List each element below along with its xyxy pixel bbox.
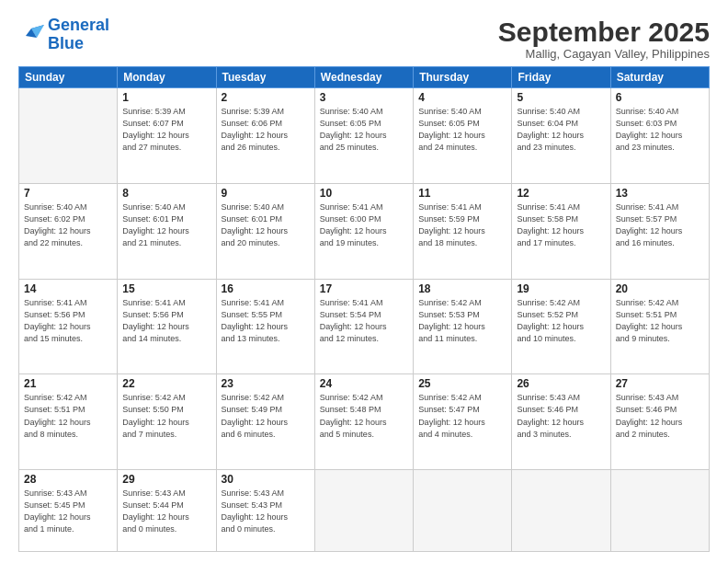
day-info: Sunrise: 5:42 AM Sunset: 5:49 PM Dayligh…	[222, 392, 310, 440]
day-info: Sunrise: 5:43 AM Sunset: 5:43 PM Dayligh…	[222, 488, 310, 535]
day-number: 16	[222, 282, 310, 295]
column-header-friday: Friday	[512, 67, 610, 88]
day-info: Sunrise: 5:40 AM Sunset: 6:01 PM Dayligh…	[122, 201, 210, 249]
day-number: 4	[418, 91, 506, 104]
logo-icon	[18, 25, 44, 45]
day-info: Sunrise: 5:41 AM Sunset: 6:00 PM Dayligh…	[320, 201, 408, 249]
calendar-cell: 30Sunrise: 5:43 AM Sunset: 5:43 PM Dayli…	[216, 470, 314, 552]
column-header-saturday: Saturday	[610, 67, 709, 88]
day-number: 9	[222, 187, 310, 200]
day-info: Sunrise: 5:42 AM Sunset: 5:47 PM Dayligh…	[418, 392, 506, 440]
column-header-tuesday: Tuesday	[216, 67, 314, 88]
day-number: 10	[320, 187, 408, 200]
calendar-cell: 26Sunrise: 5:43 AM Sunset: 5:46 PM Dayli…	[512, 374, 610, 470]
column-header-thursday: Thursday	[414, 67, 512, 88]
day-number: 28	[24, 473, 112, 486]
day-number: 2	[222, 91, 310, 104]
calendar-cell: 16Sunrise: 5:41 AM Sunset: 5:55 PM Dayli…	[216, 279, 314, 374]
day-number: 12	[517, 187, 605, 200]
day-info: Sunrise: 5:43 AM Sunset: 5:44 PM Dayligh…	[122, 488, 210, 535]
day-info: Sunrise: 5:40 AM Sunset: 6:02 PM Dayligh…	[24, 201, 112, 249]
day-info: Sunrise: 5:42 AM Sunset: 5:52 PM Dayligh…	[517, 297, 605, 345]
calendar-cell: 25Sunrise: 5:42 AM Sunset: 5:47 PM Dayli…	[414, 374, 512, 470]
day-number: 11	[418, 187, 506, 200]
calendar-cell: 10Sunrise: 5:41 AM Sunset: 6:00 PM Dayli…	[314, 183, 413, 279]
day-number: 3	[320, 91, 408, 104]
day-info: Sunrise: 5:42 AM Sunset: 5:53 PM Dayligh…	[418, 297, 506, 345]
day-number: 27	[616, 377, 704, 390]
day-number: 7	[24, 187, 112, 200]
logo: General Blue	[18, 17, 109, 53]
day-number: 6	[616, 91, 704, 104]
calendar-cell	[314, 470, 413, 552]
calendar-cell: 24Sunrise: 5:42 AM Sunset: 5:48 PM Dayli…	[314, 374, 413, 470]
header: General Blue September 2025 Mallig, Caga…	[18, 17, 710, 61]
day-number: 24	[320, 377, 408, 390]
calendar-cell	[512, 470, 610, 552]
calendar-cell: 17Sunrise: 5:41 AM Sunset: 5:54 PM Dayli…	[314, 279, 413, 374]
day-number: 5	[517, 91, 605, 104]
day-number: 1	[122, 91, 210, 104]
calendar-cell: 19Sunrise: 5:42 AM Sunset: 5:52 PM Dayli…	[512, 279, 610, 374]
day-info: Sunrise: 5:41 AM Sunset: 5:57 PM Dayligh…	[616, 201, 704, 249]
day-info: Sunrise: 5:42 AM Sunset: 5:50 PM Dayligh…	[122, 392, 210, 440]
calendar-cell: 6Sunrise: 5:40 AM Sunset: 6:03 PM Daylig…	[610, 88, 709, 184]
day-info: Sunrise: 5:43 AM Sunset: 5:46 PM Dayligh…	[616, 392, 704, 440]
column-header-sunday: Sunday	[19, 67, 118, 88]
day-number: 13	[616, 187, 704, 200]
location-subtitle: Mallig, Cagayan Valley, Philippines	[498, 47, 710, 61]
day-number: 15	[122, 282, 210, 295]
day-number: 29	[122, 473, 210, 486]
calendar-cell: 8Sunrise: 5:40 AM Sunset: 6:01 PM Daylig…	[118, 183, 216, 279]
day-number: 18	[418, 282, 506, 295]
logo-text: General Blue	[48, 17, 109, 53]
calendar-cell: 13Sunrise: 5:41 AM Sunset: 5:57 PM Dayli…	[610, 183, 709, 279]
day-number: 8	[122, 187, 210, 200]
day-info: Sunrise: 5:41 AM Sunset: 5:55 PM Dayligh…	[222, 297, 310, 345]
day-info: Sunrise: 5:40 AM Sunset: 6:04 PM Dayligh…	[517, 106, 605, 154]
day-info: Sunrise: 5:39 AM Sunset: 6:07 PM Dayligh…	[122, 106, 210, 154]
calendar-cell: 23Sunrise: 5:42 AM Sunset: 5:49 PM Dayli…	[216, 374, 314, 470]
day-number: 22	[122, 377, 210, 390]
calendar-cell: 2Sunrise: 5:39 AM Sunset: 6:06 PM Daylig…	[216, 88, 314, 184]
day-number: 17	[320, 282, 408, 295]
calendar-cell: 9Sunrise: 5:40 AM Sunset: 6:01 PM Daylig…	[216, 183, 314, 279]
calendar-cell: 7Sunrise: 5:40 AM Sunset: 6:02 PM Daylig…	[19, 183, 118, 279]
day-info: Sunrise: 5:41 AM Sunset: 5:58 PM Dayligh…	[517, 201, 605, 249]
calendar-cell: 22Sunrise: 5:42 AM Sunset: 5:50 PM Dayli…	[118, 374, 216, 470]
day-info: Sunrise: 5:43 AM Sunset: 5:45 PM Dayligh…	[24, 488, 112, 535]
column-header-monday: Monday	[118, 67, 216, 88]
calendar-cell: 1Sunrise: 5:39 AM Sunset: 6:07 PM Daylig…	[118, 88, 216, 184]
calendar-cell: 14Sunrise: 5:41 AM Sunset: 5:56 PM Dayli…	[19, 279, 118, 374]
day-number: 25	[418, 377, 506, 390]
calendar-cell	[414, 470, 512, 552]
month-title: September 2025	[498, 17, 710, 47]
day-info: Sunrise: 5:41 AM Sunset: 5:59 PM Dayligh…	[418, 201, 506, 249]
day-number: 20	[616, 282, 704, 295]
day-info: Sunrise: 5:42 AM Sunset: 5:51 PM Dayligh…	[616, 297, 704, 345]
day-info: Sunrise: 5:40 AM Sunset: 6:01 PM Dayligh…	[222, 201, 310, 249]
calendar-cell: 18Sunrise: 5:42 AM Sunset: 5:53 PM Dayli…	[414, 279, 512, 374]
calendar-cell: 27Sunrise: 5:43 AM Sunset: 5:46 PM Dayli…	[610, 374, 709, 470]
title-block: September 2025 Mallig, Cagayan Valley, P…	[498, 17, 710, 61]
calendar-cell: 12Sunrise: 5:41 AM Sunset: 5:58 PM Dayli…	[512, 183, 610, 279]
day-info: Sunrise: 5:40 AM Sunset: 6:05 PM Dayligh…	[418, 106, 506, 154]
day-number: 23	[222, 377, 310, 390]
calendar-cell: 28Sunrise: 5:43 AM Sunset: 5:45 PM Dayli…	[19, 470, 118, 552]
calendar-cell	[610, 470, 709, 552]
calendar-cell: 15Sunrise: 5:41 AM Sunset: 5:56 PM Dayli…	[118, 279, 216, 374]
calendar-cell: 20Sunrise: 5:42 AM Sunset: 5:51 PM Dayli…	[610, 279, 709, 374]
column-header-wednesday: Wednesday	[314, 67, 413, 88]
calendar-cell: 11Sunrise: 5:41 AM Sunset: 5:59 PM Dayli…	[414, 183, 512, 279]
day-number: 21	[24, 377, 112, 390]
day-info: Sunrise: 5:43 AM Sunset: 5:46 PM Dayligh…	[517, 392, 605, 440]
day-number: 14	[24, 282, 112, 295]
calendar-cell: 3Sunrise: 5:40 AM Sunset: 6:05 PM Daylig…	[314, 88, 413, 184]
day-info: Sunrise: 5:42 AM Sunset: 5:51 PM Dayligh…	[24, 392, 112, 440]
day-info: Sunrise: 5:42 AM Sunset: 5:48 PM Dayligh…	[320, 392, 408, 440]
day-info: Sunrise: 5:39 AM Sunset: 6:06 PM Dayligh…	[222, 106, 310, 154]
day-info: Sunrise: 5:40 AM Sunset: 6:03 PM Dayligh…	[616, 106, 704, 154]
calendar-cell: 4Sunrise: 5:40 AM Sunset: 6:05 PM Daylig…	[414, 88, 512, 184]
day-info: Sunrise: 5:41 AM Sunset: 5:56 PM Dayligh…	[24, 297, 112, 345]
day-number: 19	[517, 282, 605, 295]
